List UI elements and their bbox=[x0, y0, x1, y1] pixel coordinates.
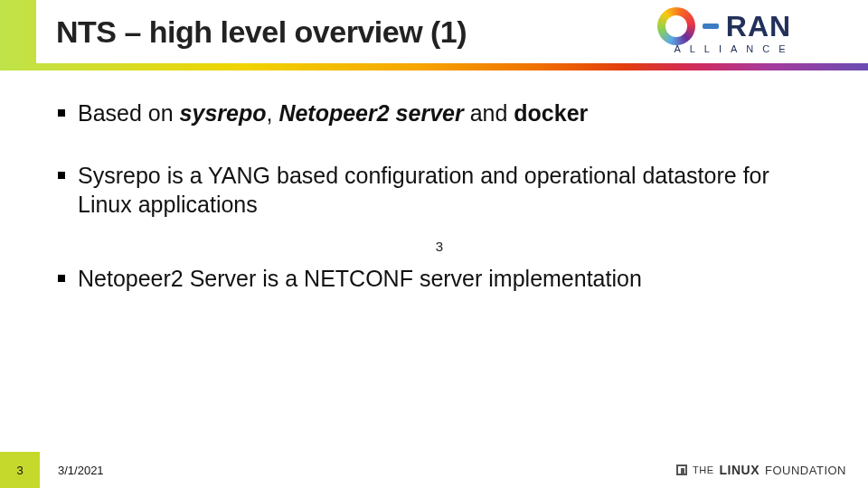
bullet-strong: docker bbox=[514, 100, 588, 126]
lf-found: FOUNDATION bbox=[765, 464, 846, 477]
oran-swirl-icon bbox=[657, 7, 695, 45]
oran-logo: RAN ALLIANCE bbox=[602, 7, 846, 63]
oran-subtext: ALLIANCE bbox=[674, 43, 794, 54]
slide-title: NTS – high level overview (1) bbox=[56, 14, 467, 50]
slide-number: 3 bbox=[0, 452, 40, 488]
bullet-em: Netopeer2 server bbox=[278, 100, 463, 126]
bullet-text: Sysrepo is a YANG based configuration an… bbox=[78, 163, 769, 216]
bullet-item: Sysrepo is a YANG based configuration an… bbox=[74, 162, 805, 219]
stray-text: 3 bbox=[74, 239, 805, 254]
bullet-em: sysrepo bbox=[180, 100, 267, 126]
lf-box-icon bbox=[676, 465, 687, 475]
linux-foundation-logo: THE LINUX FOUNDATION bbox=[676, 463, 846, 477]
bullet-text: Based on bbox=[78, 100, 180, 126]
slide-body: Based on sysrepo, Netopeer2 server and d… bbox=[0, 70, 868, 293]
lf-the: THE bbox=[693, 465, 714, 475]
bullet-text: Netopeer2 Server is a NETCONF server imp… bbox=[78, 266, 642, 291]
slide-date: 3/1/2021 bbox=[40, 452, 122, 488]
bullet-text: , bbox=[266, 100, 278, 126]
oran-ran-text: RAN bbox=[726, 10, 791, 43]
slide-header: NTS – high level overview (1) RAN ALLIAN… bbox=[0, 0, 868, 70]
lf-linux: LINUX bbox=[720, 463, 760, 477]
bullet-text: and bbox=[464, 100, 514, 126]
slide-footer: 3 3/1/2021 THE LINUX FOUNDATION bbox=[0, 452, 868, 488]
oran-dash-icon bbox=[703, 23, 719, 29]
bullet-item: Based on sysrepo, Netopeer2 server and d… bbox=[74, 99, 805, 127]
bullet-item: Netopeer2 Server is a NETCONF server imp… bbox=[74, 265, 805, 293]
